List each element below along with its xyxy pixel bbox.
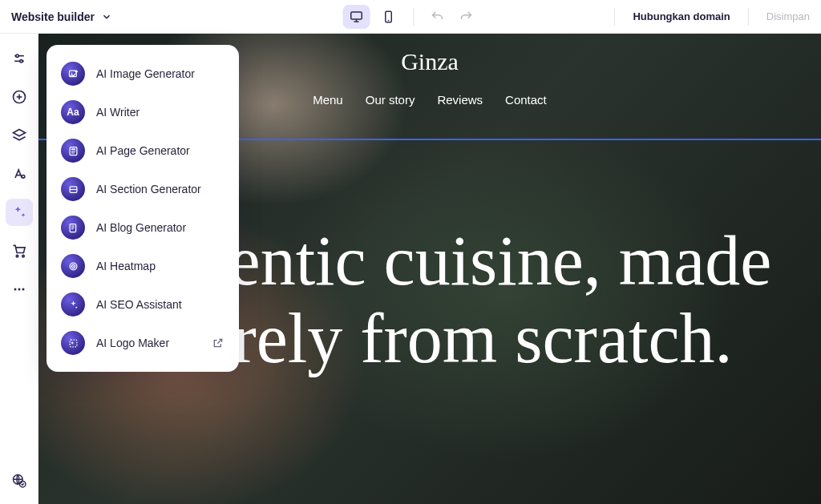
- svg-point-8: [19, 60, 22, 62]
- ai-blog-generator-item[interactable]: AI Blog Generator: [47, 208, 239, 247]
- ai-image-generator-item[interactable]: AI Image Generator: [47, 54, 239, 93]
- page-icon: [61, 139, 85, 163]
- divider: [748, 8, 749, 26]
- nav-item-menu[interactable]: Menu: [313, 93, 343, 107]
- svg-rect-26: [70, 147, 77, 155]
- seo-star-icon: [61, 292, 85, 317]
- left-sidebar: [0, 34, 38, 504]
- pop-item-label: AI Page Generator: [96, 144, 190, 157]
- svg-point-23: [71, 72, 72, 74]
- language-globe-button[interactable]: [6, 467, 33, 494]
- app-title: Website builder: [11, 10, 95, 23]
- connect-domain-link[interactable]: Hubungkan domain: [633, 10, 730, 22]
- svg-point-16: [22, 255, 24, 257]
- layers-button[interactable]: [6, 122, 33, 149]
- cart-button[interactable]: [6, 237, 33, 264]
- ai-heatmap-item[interactable]: AI Heatmap: [47, 247, 239, 285]
- svg-point-18: [18, 288, 20, 291]
- svg-point-19: [22, 288, 24, 291]
- saved-status: Disimpan: [766, 10, 810, 22]
- svg-point-39: [75, 306, 77, 308]
- pop-item-label: AI Blog Generator: [96, 221, 186, 234]
- ai-page-generator-item[interactable]: AI Page Generator: [47, 131, 239, 170]
- ai-seo-assistant-item[interactable]: AI SEO Assistant: [47, 285, 239, 324]
- pop-item-label: AI Writer: [96, 106, 140, 119]
- device-switcher: [343, 5, 479, 29]
- logo-maker-icon: [61, 331, 85, 355]
- image-plus-icon: [61, 62, 85, 86]
- nav-item-contact[interactable]: Contact: [505, 93, 547, 107]
- svg-marker-12: [13, 130, 25, 136]
- divider: [614, 8, 615, 26]
- svg-rect-40: [70, 340, 77, 347]
- blog-icon: [61, 216, 85, 240]
- adjust-tool-button[interactable]: [6, 45, 33, 72]
- site-title[interactable]: Ginza: [401, 48, 459, 75]
- mobile-view-button[interactable]: [375, 5, 402, 29]
- undo-button[interactable]: [426, 5, 450, 29]
- ai-tools-button[interactable]: [6, 199, 33, 226]
- text-aa-icon: Aa: [61, 100, 85, 124]
- heatmap-icon: [61, 254, 85, 278]
- section-icon: [61, 177, 85, 201]
- more-button[interactable]: [6, 276, 33, 303]
- site-nav: Menu Our story Reviews Contact: [313, 93, 547, 107]
- pop-item-label: AI Logo Maker: [96, 337, 169, 349]
- svg-rect-0: [351, 12, 362, 19]
- nav-item-reviews[interactable]: Reviews: [437, 93, 483, 107]
- svg-rect-27: [71, 148, 75, 150]
- divider: [414, 8, 415, 26]
- desktop-view-button[interactable]: [343, 5, 370, 29]
- external-link-icon: [212, 337, 224, 349]
- top-header: Website builder Hubungkan domain Disimpa…: [0, 0, 821, 34]
- svg-point-38: [72, 265, 74, 267]
- ai-writer-item[interactable]: Aa AI Writer: [47, 93, 239, 131]
- pop-item-label: AI Section Generator: [96, 183, 201, 196]
- app-switcher[interactable]: Website builder: [11, 10, 112, 23]
- text-style-button[interactable]: [6, 160, 33, 187]
- pop-item-label: AI SEO Assistant: [96, 298, 182, 311]
- ai-section-generator-item[interactable]: AI Section Generator: [47, 170, 239, 208]
- header-right: Hubungkan domain Disimpan: [608, 8, 810, 26]
- ai-logo-maker-item[interactable]: AI Logo Maker: [47, 324, 239, 362]
- svg-point-7: [15, 54, 18, 57]
- pop-item-label: AI Heatmap: [96, 260, 156, 272]
- chevron-down-icon: [101, 11, 112, 22]
- svg-point-15: [16, 255, 18, 257]
- ai-tools-popover: AI Image Generator Aa AI Writer AI Page …: [47, 45, 239, 372]
- svg-point-17: [14, 288, 16, 291]
- svg-point-14: [22, 175, 25, 179]
- pop-item-label: AI Image Generator: [96, 67, 195, 80]
- svg-rect-32: [70, 224, 76, 232]
- add-element-button[interactable]: [6, 83, 33, 111]
- redo-button[interactable]: [455, 5, 479, 29]
- nav-item-our-story[interactable]: Our story: [366, 93, 415, 107]
